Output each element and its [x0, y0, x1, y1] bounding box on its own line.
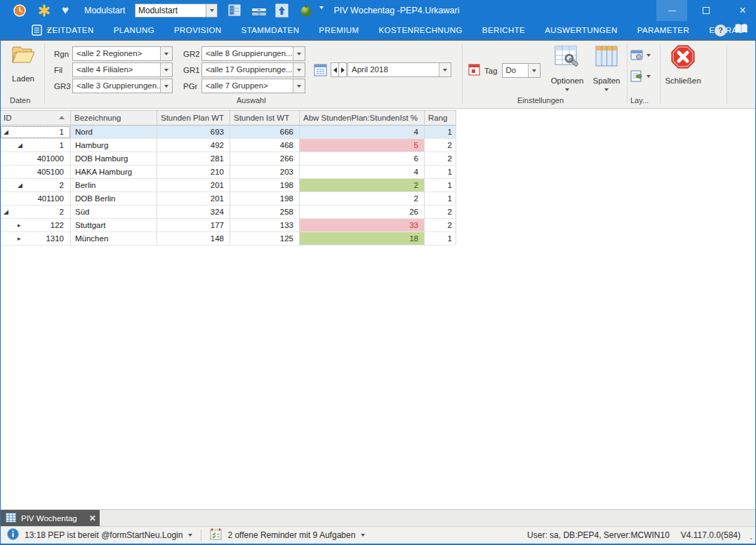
gr1-select[interactable]: <alle 17 Gruppierunge...	[201, 62, 305, 77]
tab-piv-wochentag[interactable]: PIV Wochentag ✕	[0, 510, 100, 527]
column-header-id[interactable]: ID	[0, 111, 71, 126]
expand-open-icon[interactable]: ◢	[18, 139, 22, 152]
tag-select[interactable]: Do	[502, 63, 541, 78]
cell-abw: 6	[300, 152, 425, 166]
column-header-stunden-ist-wt[interactable]: Stunden Ist WT	[230, 111, 300, 126]
grid-body: ◢1Nord69366641◢1Hamburg49246852401000DOB…	[0, 126, 456, 245]
calendar-icon[interactable]	[314, 63, 327, 79]
table-row[interactable]: ▸122Stuttgart177133332	[0, 219, 456, 232]
book-icon[interactable]	[735, 24, 748, 36]
rgn-select[interactable]: <alle 2 Regionen>	[72, 46, 173, 61]
gr1-selector-row: GR1<alle 17 Gruppierunge...	[183, 62, 305, 77]
clock-icon[interactable]	[13, 4, 26, 20]
spalten-button[interactable]: Spalten	[588, 44, 625, 103]
menu-item-auswertungen[interactable]: AUSWERTUNGEN	[535, 21, 628, 39]
cell-id: 401100	[0, 192, 71, 206]
gr3-select[interactable]: <alle 3 Gruppierungen...	[72, 79, 173, 93]
group-label-einstellungen: Einstellungen	[517, 96, 564, 105]
asterisk-icon[interactable]	[38, 4, 51, 20]
chevron-down-icon[interactable]	[361, 534, 365, 537]
fil-select[interactable]: <alle 4 Filialen>	[72, 62, 173, 77]
cell-id: ◢1	[0, 126, 71, 139]
table-row[interactable]: ◢2Süd324258262	[0, 206, 456, 219]
optionen-label: Optionen	[551, 76, 584, 85]
minimize-button[interactable]	[656, 0, 687, 21]
close-octagon-icon	[670, 44, 696, 72]
table-row[interactable]: 401000DOB Hamburg28126662	[0, 152, 456, 166]
cell-rang: 2	[425, 219, 456, 232]
table-row[interactable]: 405100HAKA Hamburg21020341	[0, 166, 456, 179]
schliessen-button[interactable]: Schließen	[661, 44, 705, 103]
chevron-down-icon[interactable]	[160, 79, 172, 93]
table-row[interactable]: 401100DOB Berlin20119821	[0, 192, 456, 206]
group-divider	[44, 43, 45, 104]
table-row[interactable]: ◢2Berlin20119821	[0, 179, 456, 192]
table-row[interactable]: ◢1Hamburg49246852	[0, 139, 456, 152]
menu-item-x[interactable]: X	[753, 21, 756, 39]
chevron-down-icon[interactable]	[160, 47, 172, 60]
close-window-button[interactable]: ×	[729, 0, 756, 21]
modulstart-label: Modulstart	[84, 0, 125, 21]
group-label-layout: Lay...	[630, 96, 649, 105]
chevron-down-icon[interactable]	[188, 534, 192, 537]
table-row[interactable]: ◢1Nord69366641	[0, 126, 456, 139]
chevron-down-icon[interactable]	[160, 63, 172, 76]
pgr-select[interactable]: <alle 7 Gruppen>	[201, 79, 305, 93]
column-header-abw-stundenplan-stundenist-[interactable]: Abw StundenPlan:StundenIst %	[300, 111, 425, 126]
status-divider	[201, 530, 201, 541]
help-icon[interactable]: ?	[715, 25, 727, 36]
cell-stunden-ist: 125	[230, 232, 300, 245]
pgr-selector-row: PGr<alle 7 Gruppen>	[183, 79, 305, 93]
expand-closed-icon[interactable]: ▸	[18, 232, 21, 245]
laden-button[interactable]: Laden	[4, 44, 42, 93]
cell-bezeichnung: München	[71, 232, 157, 245]
chevron-down-icon[interactable]	[293, 79, 305, 93]
optionen-button[interactable]: Optionen	[547, 44, 588, 103]
menu-right-icons: ?	[715, 21, 748, 39]
chevron-down-icon[interactable]	[206, 4, 217, 17]
gr2-select[interactable]: <alle 8 Gruppierungen...	[201, 46, 305, 61]
cell-bezeichnung: Süd	[71, 206, 157, 219]
status-message[interactable]: 13:18 PEP ist bereit @formStartNeu.Login	[25, 530, 183, 540]
menu-item-zeitdaten[interactable]: ZEITDATEN	[37, 21, 104, 39]
menu-item-kostenrechnung[interactable]: KOSTENRECHNUNG	[369, 21, 472, 39]
chevron-down-icon[interactable]	[528, 64, 540, 77]
gr2-selector-row: GR2<alle 8 Gruppierungen...	[183, 46, 305, 61]
tab-close-icon[interactable]: ✕	[89, 513, 96, 523]
cell-abw: 2	[300, 179, 425, 192]
layout-list-button[interactable]	[630, 70, 651, 82]
layout-window-button[interactable]	[630, 49, 651, 61]
expand-open-icon[interactable]: ◢	[4, 206, 8, 218]
expand-closed-icon[interactable]: ▸	[18, 219, 21, 231]
chevron-down-icon[interactable]	[293, 47, 305, 60]
open-folder-icon	[11, 44, 36, 68]
next-month-button[interactable]	[338, 62, 347, 77]
date-select[interactable]: April 2018	[347, 62, 451, 77]
tag-row: Tag Do	[484, 63, 541, 78]
menu-item-stammdaten[interactable]: STAMMDATEN	[232, 21, 310, 39]
resize-grip[interactable]	[748, 535, 753, 541]
window-title: PIV Wochentag -PEP4.Urkawari	[232, 0, 562, 21]
chevron-down-icon[interactable]	[439, 63, 451, 76]
menu-item-berichte[interactable]: BERICHTE	[472, 21, 535, 39]
maximize-button[interactable]	[691, 0, 722, 21]
cell-stunden-plan: 201	[157, 179, 230, 192]
cell-bezeichnung: Stuttgart	[71, 219, 157, 232]
menu-item-planung[interactable]: PLANUNG	[104, 21, 164, 39]
heart-icon[interactable]: ♥	[62, 3, 69, 18]
column-header-rang[interactable]: Rang	[425, 111, 456, 126]
menu-item-provision[interactable]: PROVISION	[164, 21, 232, 39]
reminder-message[interactable]: 2 offene Reminder mit 9 Aufgaben	[227, 530, 355, 540]
expand-open-icon[interactable]: ◢	[18, 179, 22, 191]
modulstart-select[interactable]: Modulstart	[135, 4, 218, 18]
sort-ascending-icon	[59, 116, 65, 119]
expand-open-icon[interactable]: ◢	[4, 126, 8, 138]
column-header-stunden-plan-wt[interactable]: Stunden Plan WT	[157, 111, 230, 126]
table-row[interactable]: ▸1310München148125181	[0, 232, 456, 245]
cell-stunden-plan: 177	[157, 219, 230, 232]
menu-bar: ZEITDATENPLANUNGPROVISIONSTAMMDATENPREMI…	[0, 21, 756, 41]
menu-item-parameter[interactable]: PARAMETER	[628, 21, 699, 39]
menu-item-premium[interactable]: PREMIUM	[309, 21, 369, 39]
column-header-bezeichnung[interactable]: Bezeichnung	[71, 111, 157, 126]
chevron-down-icon[interactable]	[293, 63, 305, 76]
